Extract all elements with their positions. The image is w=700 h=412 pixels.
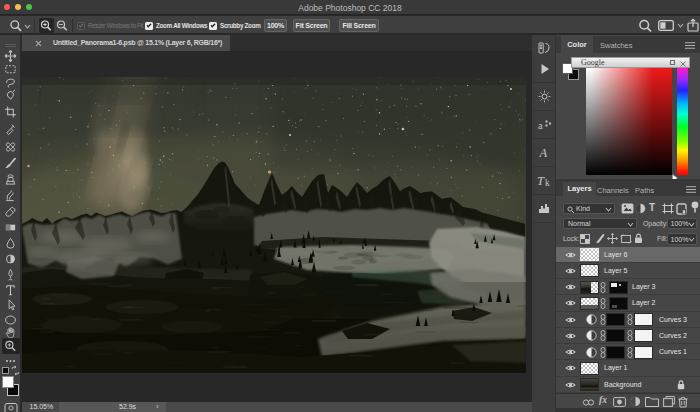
svg-text:k: k [545,178,550,188]
svg-text:a: a [538,120,543,131]
svg-text:A: A [539,146,548,159]
svg-text:T: T [537,174,545,187]
